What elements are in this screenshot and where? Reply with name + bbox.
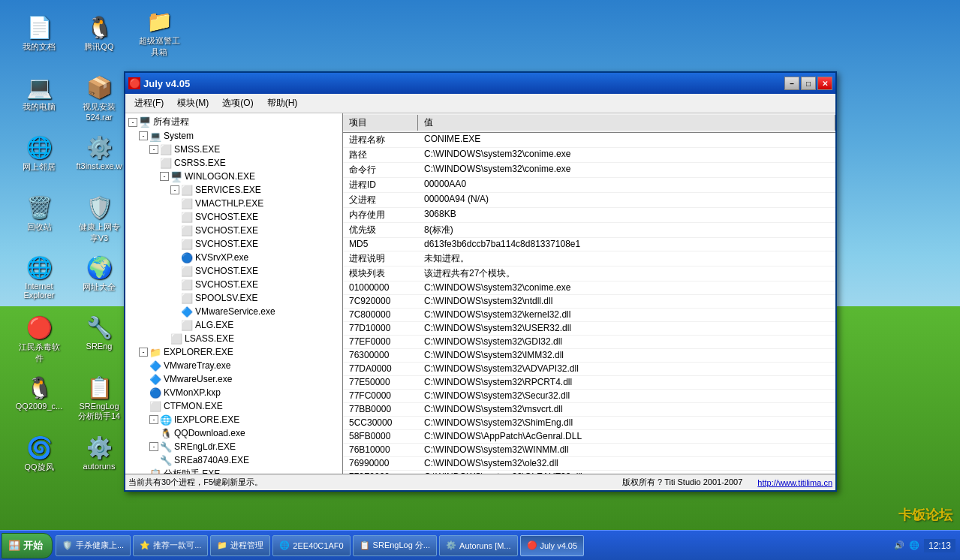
detail-key: 76B10000 (343, 444, 418, 456)
desktop-icon-qq2009[interactable]: 🐧 QQ2009_c... (12, 372, 66, 414)
tree-root[interactable]: - 🖥️ 所有进程 (127, 115, 341, 129)
desktop-icon-recycle[interactable]: 🗑️ 回收站 (12, 192, 66, 236)
tray-icon-network: 🌐 (909, 540, 919, 550)
taskbar-item[interactable]: 📋SREngLog 分... (353, 535, 437, 556)
window-content: - 🖥️ 所有进程 - 💻 System - ⬜ SMSS.EXE (125, 113, 835, 474)
desktop-icon-jiangmin[interactable]: 🔴 江民杀毒软件 (12, 312, 66, 367)
services-toggle[interactable]: - (170, 185, 179, 194)
desktop-icon-srenglog[interactable]: 📋 SREngLog 分析助手14 (72, 372, 126, 425)
tree-node-vmwareservice[interactable]: 🔷 VMwareService.exe (127, 305, 341, 318)
taskbar-item[interactable]: 🔴July v4.05 (520, 535, 585, 556)
tree-node-qqdownload[interactable]: 🐧 QQDownload.exe (127, 426, 341, 440)
desktop-icon-health-net[interactable]: 🛡️ 健康上网专享V3 (72, 192, 126, 247)
tree-node-services[interactable]: - ⬜ SERVICES.EXE (127, 183, 341, 197)
detail-value: C:\WINDOWS\system32\ntdll.dll (418, 295, 835, 308)
start-icon: 🪟 (8, 540, 20, 551)
desktop-icon-my-computer[interactable]: 💻 我的电脑 (12, 72, 66, 116)
details-row: 77FC0000C:\WINDOWS\system32\Secur32.dll (343, 390, 835, 403)
winlogon-toggle[interactable]: - (160, 172, 169, 181)
details-row: 5CC30000C:\WINDOWS\system32\ShimEng.dll (343, 417, 835, 430)
tree-node-vmwareuser[interactable]: 🔷 VMwareUser.exe (127, 372, 341, 386)
desktop-icon-my-docs[interactable]: 📄 我的文档 (12, 12, 66, 56)
taskbar-item[interactable]: ⚙️Autoruns [M... (439, 535, 517, 556)
desktop-icon-online-home[interactable]: 🌐 网上邻居 (12, 132, 66, 176)
smss-icon: ⬜ (160, 143, 172, 155)
csrss-icon: ⬜ (160, 157, 172, 169)
details-row: MD5d613fe3b6dccb7ba114c8d81337108e1 (343, 238, 835, 251)
details-row: 7C920000C:\WINDOWS\system32\ntdll.dll (343, 295, 835, 309)
tree-node-kvsrvxp[interactable]: 🔵 KVSrvXP.exe (127, 251, 341, 264)
system-icon: 💻 (149, 130, 161, 142)
tree-node-analyze[interactable]: 📋 分析助手.EXE (127, 467, 341, 474)
tree-node-csrss[interactable]: ⬜ CSRSS.EXE (127, 156, 341, 170)
jiangmin-icon: 🔴 (27, 315, 51, 339)
desktop-icon-super-patrol[interactable]: 📁 超级巡警工具箱 (132, 6, 186, 61)
menu-module[interactable]: 模块(M) (171, 95, 215, 111)
taskbar-item-label: 手杀健康上... (76, 540, 124, 551)
smss-toggle[interactable]: - (149, 145, 158, 154)
tree-node-iexplore[interactable]: - 🌐 IEXPLORE.EXE (127, 413, 341, 426)
tree-node-system[interactable]: - 💻 System (127, 129, 341, 143)
details-row: 内存使用3068KB (343, 208, 835, 223)
minimize-button[interactable]: – (784, 77, 799, 90)
tree-node-sre[interactable]: 🔧 SREa8740A9.EXE (127, 453, 341, 467)
desktop: 📄 我的文档 🐧 腾讯QQ 📁 超级巡警工具箱 💻 我的电脑 📦 视见安装524… (0, 0, 960, 560)
taskbar-item[interactable]: 🌐2EE40C1AF0 (272, 535, 350, 556)
system-toggle[interactable]: - (139, 131, 148, 140)
taskbar-item[interactable]: ⭐推荐一款可... (133, 535, 208, 556)
detail-key: 进程说明 (343, 251, 418, 266)
menu-process[interactable]: 进程(F) (128, 95, 170, 111)
tree-node-svchost2[interactable]: ⬜ SVCHOST.EXE (127, 224, 341, 237)
tree-node-svchost1[interactable]: ⬜ SVCHOST.EXE (127, 210, 341, 224)
taskbar-item-icon: ⭐ (140, 540, 150, 550)
tree-panel[interactable]: - 🖥️ 所有进程 - 💻 System - ⬜ SMSS.EXE (125, 113, 343, 474)
desktop-icon-tencent-qq[interactable]: 🐧 腾讯QQ (72, 12, 126, 56)
taskbar-item-icon: 📁 (217, 540, 227, 550)
tree-node-vmacthlp[interactable]: ⬜ VMACTHLP.EXE (127, 197, 341, 210)
taskbar-item[interactable]: 🛡️手杀健康上... (56, 535, 131, 556)
desktop-icon-wangzhi[interactable]: 🌍 网址大全 (72, 252, 126, 296)
detail-key: MD5 (343, 238, 418, 251)
srenglog-icon: 📋 (87, 375, 111, 399)
tree-node-explorer[interactable]: - 📁 EXPLORER.EXE (127, 345, 341, 359)
sreng-icon: 🔧 (87, 315, 111, 339)
close-button[interactable]: ✕ (817, 77, 832, 90)
detail-key: 77D10000 (343, 322, 418, 335)
desktop-icon-ft3inst[interactable]: ⚙️ ft3inst.exe.w (72, 132, 126, 173)
detail-value: 3068KB (418, 208, 835, 222)
start-label: 开始 (23, 539, 43, 552)
status-url[interactable]: http://www.titilima.cn (757, 478, 832, 487)
desktop-icon-visual-install[interactable]: 📦 视见安装524.rar (72, 72, 126, 125)
detail-key: 进程ID (343, 178, 418, 192)
iexplore-toggle[interactable]: - (149, 415, 158, 424)
desktop-icon-qqxuanfeng[interactable]: 🌀 QQ旋风 (12, 432, 66, 476)
tree-root-toggle[interactable]: - (128, 118, 137, 127)
tree-node-alg[interactable]: ⬜ ALG.EXE (127, 318, 341, 332)
srengldr-toggle[interactable]: - (149, 442, 158, 451)
tree-node-smss[interactable]: - ⬜ SMSS.EXE (127, 143, 341, 156)
start-button[interactable]: 🪟 开始 (2, 533, 53, 558)
details-row: 77EF0000C:\WINDOWS\system32\GDI32.dll (343, 336, 835, 349)
desktop-icon-ie[interactable]: 🌐 Internet Explorer (12, 252, 66, 303)
desktop-icon-autoruns[interactable]: ⚙️ autoruns (72, 432, 126, 474)
explorer-toggle[interactable]: - (139, 348, 148, 357)
tree-node-srengldr[interactable]: - 🔧 SREngLdr.EXE (127, 440, 341, 453)
menu-options[interactable]: 选项(O) (216, 95, 259, 111)
tree-node-svchost4[interactable]: ⬜ SVCHOST.EXE (127, 264, 341, 278)
col-header-value: 值 (418, 115, 835, 131)
tree-node-svchost3[interactable]: ⬜ SVCHOST.EXE (127, 237, 341, 251)
detail-value: C:\WINDOWS\system32\ShimEng.dll (418, 417, 835, 429)
tree-node-vmwaretray[interactable]: 🔷 VMwareTray.exe (127, 359, 341, 372)
tree-node-ctfmon[interactable]: ⬜ CTFMON.EXE (127, 399, 341, 413)
detail-key: 5CC30000 (343, 417, 418, 429)
tree-node-kvmonxp[interactable]: 🔵 KVMonXP.kxp (127, 386, 341, 399)
desktop-icon-sreng[interactable]: 🔧 SREng (72, 312, 126, 354)
details-row: 优先级8(标准) (343, 223, 835, 238)
tree-node-winlogon[interactable]: - 🖥️ WINLOGON.EXE (127, 170, 341, 183)
tree-node-svchost5[interactable]: ⬜ SVCHOST.EXE (127, 278, 341, 291)
taskbar-item[interactable]: 📁进程管理 (210, 535, 270, 556)
tree-node-spoolsv[interactable]: ⬜ SPOOLSV.EXE (127, 291, 341, 305)
tree-node-lsass[interactable]: ⬜ LSASS.EXE (127, 332, 341, 345)
maximize-button[interactable]: □ (801, 77, 816, 90)
menu-help[interactable]: 帮助(H) (261, 95, 304, 111)
